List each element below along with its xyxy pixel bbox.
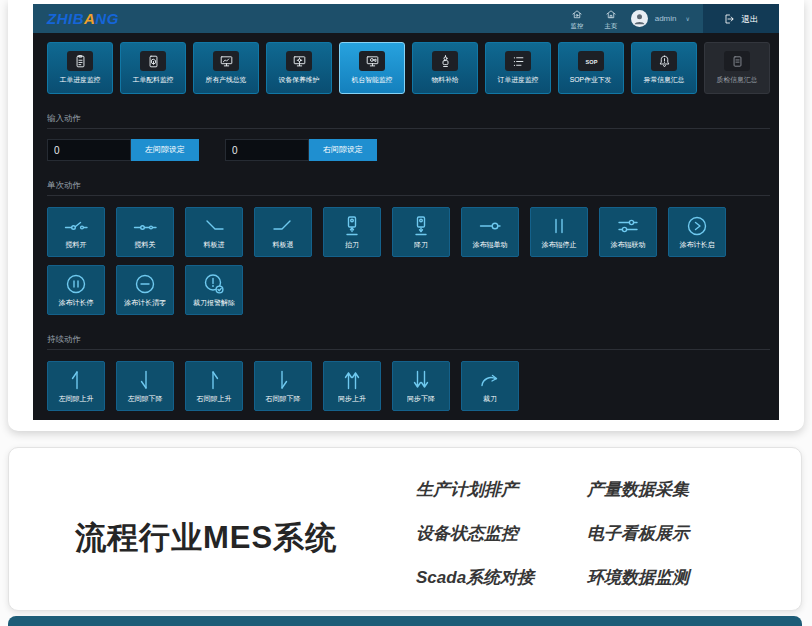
app-tile[interactable]: 所有产线总览 [193, 42, 259, 94]
counter-reset-icon [132, 272, 158, 296]
app-tile[interactable]: 工单配料监控 [120, 42, 186, 94]
action-button[interactable]: 右间隙上升 [185, 361, 243, 411]
zhibang-logo: ZHIBANG [47, 10, 119, 27]
logout-label: 退出 [741, 13, 758, 25]
counter-start-icon [684, 214, 710, 238]
gap-setting-group: 右间隙设定 [225, 139, 377, 161]
knife-down-icon [408, 214, 434, 238]
app-tile[interactable]: 质检信息汇总 [704, 42, 770, 94]
svg-text:SOP: SOP [585, 58, 597, 64]
chevron-down-icon: ∨ [685, 15, 689, 22]
home-icon [605, 6, 617, 24]
gap-input[interactable] [47, 139, 131, 161]
action-button-label: 左间隙下降 [128, 396, 163, 403]
action-button[interactable]: 左间隙下降 [116, 361, 174, 411]
home-monitor-icon [571, 6, 583, 24]
app-tile[interactable]: 物料补给 [412, 42, 478, 94]
action-button-label: 裁刀报警解除 [193, 300, 235, 307]
action-button[interactable]: 同步下降 [392, 361, 450, 411]
work-order-progress-icon [67, 51, 93, 71]
logo-part3: NG [95, 10, 119, 27]
action-button[interactable]: 涂布辊联动 [599, 207, 657, 257]
tile-label: 机台智能监控 [352, 77, 393, 84]
header-nav: 监控 主页 [567, 6, 621, 32]
alert-bell-icon [651, 51, 677, 71]
gap-setting-group: 左间隙设定 [47, 139, 199, 161]
action-button-label: 右间隙下降 [266, 396, 301, 403]
action-button[interactable]: 裁刀 [461, 361, 519, 411]
feature-column-2: 产量数据采集电子看板展示环境数据监测 [587, 480, 689, 588]
app-tile[interactable]: 设备保养维护 [266, 42, 332, 94]
app-tile[interactable]: 工单进度监控 [47, 42, 113, 94]
gap-set-button-label: 右间隙设定 [323, 144, 363, 155]
app-tile[interactable]: 机台智能监控 [339, 42, 405, 94]
header-nav-item[interactable]: 监控 [567, 6, 587, 32]
tile-label: SOP作业下发 [570, 77, 612, 84]
section-title: 输入动作 [47, 112, 81, 124]
feature-item: 产量数据采集 [587, 480, 689, 500]
promo-title: 流程行业MES系统 [75, 517, 337, 559]
roller-linked-icon [615, 214, 641, 238]
action-button[interactable]: 料板进 [185, 207, 243, 257]
logout-button[interactable]: 退出 [703, 4, 779, 33]
plate-out-icon [270, 214, 296, 238]
switch-open-icon [63, 214, 89, 238]
action-button-label: 涂布计长启 [680, 242, 715, 249]
action-button-label: 涂布计长清零 [124, 300, 166, 307]
roller-single-icon [477, 214, 503, 238]
action-button-label: 料板进 [204, 242, 225, 249]
action-button-label: 裁刀 [483, 396, 497, 403]
machine-monitor-icon [359, 51, 385, 71]
material-supply-icon [432, 51, 458, 71]
section-title: 单次动作 [47, 179, 81, 191]
single-actions-row: 搅料开 搅料关 料板进 料板退 抬刀 降 [47, 207, 770, 315]
action-button[interactable]: 搅料关 [116, 207, 174, 257]
next-card-top-edge [8, 616, 802, 626]
action-button-label: 涂布计长停 [59, 300, 94, 307]
app-tile[interactable]: SOP SOP作业下发 [558, 42, 624, 94]
app-screenshot-card: ZHIBANG 监控 主页 admin ∨ [8, 0, 804, 431]
action-button-label: 抬刀 [345, 242, 359, 249]
app-header: ZHIBANG 监控 主页 admin ∨ [33, 4, 779, 33]
app-tile[interactable]: 订单进度监控 [485, 42, 551, 94]
action-button[interactable]: 同步上升 [323, 361, 381, 411]
action-button-label: 右间隙上升 [197, 396, 232, 403]
action-button[interactable]: 涂布计长清零 [116, 265, 174, 315]
gap-set-button[interactable]: 左间隙设定 [131, 139, 199, 161]
header-nav-label: 主页 [605, 24, 617, 29]
pause-icon [546, 214, 572, 238]
action-button[interactable]: 涂布计长启 [668, 207, 726, 257]
tile-label: 工单配料监控 [133, 77, 174, 84]
feature-column-1: 生产计划排产设备状态监控Scada系统对接 [416, 480, 534, 588]
arrow-down-left-icon [132, 368, 158, 392]
double-arrow-down-icon [408, 368, 434, 392]
action-button-label: 同步下降 [407, 396, 435, 403]
section-title: 持续动作 [47, 333, 81, 345]
action-button[interactable]: 涂布计长停 [47, 265, 105, 315]
knife-up-icon [339, 214, 365, 238]
gap-set-button-label: 左间隙设定 [145, 144, 185, 155]
mes-app-window: ZHIBANG 监控 主页 admin ∨ [33, 4, 779, 420]
action-button[interactable]: 抬刀 [323, 207, 381, 257]
arrow-down-right-icon [270, 368, 296, 392]
feature-item: Scada系统对接 [416, 568, 534, 588]
action-button-label: 涂布辊停止 [542, 242, 577, 249]
quality-info-icon [724, 51, 750, 71]
action-button[interactable]: 料板退 [254, 207, 312, 257]
header-nav-item[interactable]: 主页 [601, 6, 621, 32]
app-body: 工单进度监控 工单配料监控 所有产线总览 设备保养维护 机台智能监控 [33, 33, 779, 420]
gap-input[interactable] [225, 139, 309, 161]
action-button[interactable]: 涂布辊停止 [530, 207, 588, 257]
tile-label: 所有产线总览 [206, 77, 247, 84]
action-button[interactable]: 涂布辊单动 [461, 207, 519, 257]
gap-set-button[interactable]: 右间隙设定 [309, 139, 377, 161]
action-button[interactable]: 裁刀报警解除 [185, 265, 243, 315]
work-order-batching-icon [140, 51, 166, 71]
app-tile[interactable]: 异常信息汇总 [631, 42, 697, 94]
action-button[interactable]: 搅料开 [47, 207, 105, 257]
user-menu[interactable]: admin ∨ [631, 10, 691, 27]
action-button[interactable]: 右间隙下降 [254, 361, 312, 411]
action-button[interactable]: 左间隙上升 [47, 361, 105, 411]
feature-item: 设备状态监控 [416, 524, 534, 544]
action-button[interactable]: 降刀 [392, 207, 450, 257]
